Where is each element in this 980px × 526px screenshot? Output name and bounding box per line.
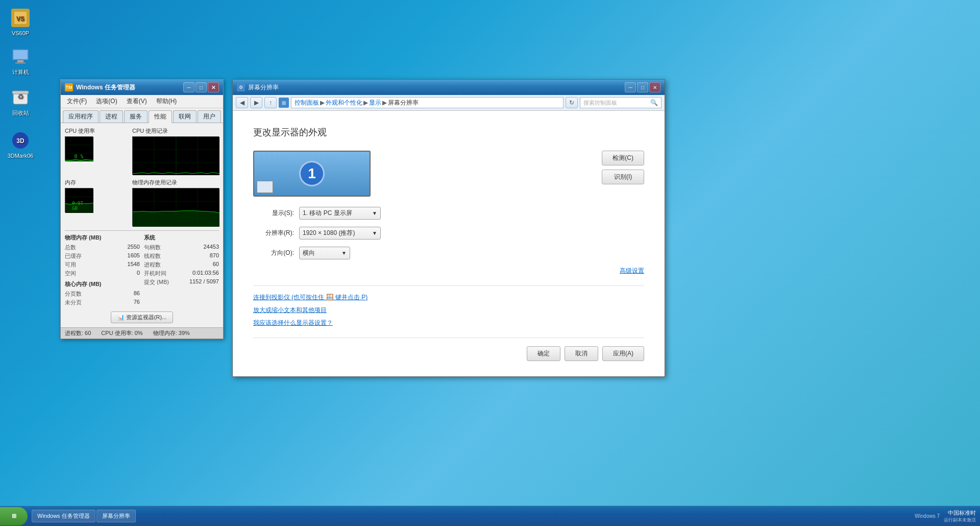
orientation-label: 方向(O):: [253, 249, 294, 257]
cpu-row: CPU 使用率 0 % CPU 使用记录: [65, 127, 219, 175]
cpu-usage-graph: 0 %: [65, 136, 93, 161]
clock-detail: 运行副本未激活: [944, 517, 976, 523]
resolution-select-value: 1920 × 1080 (推荐): [303, 229, 355, 237]
monitor-action-buttons: 检测(C) 识别(I): [602, 151, 644, 184]
address-icon: ⊞: [279, 98, 289, 108]
start-orb: ⊞: [12, 513, 16, 519]
resolution-select[interactable]: 1920 × 1080 (推荐) ▼: [299, 227, 381, 240]
menu-help[interactable]: 帮助(H): [152, 96, 181, 107]
tab-users[interactable]: 用户: [198, 110, 221, 123]
control-panel-icon: ⚙: [237, 83, 245, 91]
monitor-number: 1: [299, 161, 325, 186]
projector-link[interactable]: 连接到投影仪 (也可按住住 🪟 键并点击 P): [253, 294, 368, 301]
computer-icon: [10, 46, 31, 66]
desktop-icon-computer-label: 计算机: [12, 68, 29, 76]
advanced-settings-link[interactable]: 高级设置: [620, 267, 644, 274]
tab-services[interactable]: 服务: [124, 110, 148, 123]
cancel-button[interactable]: 取消: [565, 346, 598, 361]
menu-options[interactable]: 选项(O): [92, 96, 121, 107]
cached-value: 1605: [128, 252, 140, 260]
stats-section: 物理内存 (MB) 总数 2550 已缓存 1605 可用 1548 空闲: [65, 234, 219, 307]
desktop-icon-recycle-label: 回收站: [12, 109, 29, 117]
monitor-preview-section: 1 检测(C) 识别(I): [253, 151, 644, 197]
threads-value: 870: [210, 252, 219, 260]
content-divider: [253, 285, 644, 286]
display-select[interactable]: 1. 移动 PC 显示屏 ▼: [299, 207, 381, 220]
identify-button[interactable]: 识别(I): [602, 170, 644, 184]
choose-display-link-row: 我应该选择什么显示器设置？: [253, 319, 644, 327]
desktop-icon-3dmark[interactable]: 3D 3DMark06: [4, 130, 37, 159]
kernel-memory-stats: 核心内存 (MB) 分页数 86 未分页 76: [65, 280, 140, 306]
control-panel-window: ⚙ 屏幕分辨率 ─ □ ✕ ◀ ▶ ↑ ⊞ 控制面板 ▶ 外观和个性化 ▶ 显示…: [232, 79, 665, 377]
apply-button[interactable]: 应用(A): [602, 346, 644, 361]
menu-file[interactable]: 文件(F): [63, 96, 91, 107]
orientation-select[interactable]: 横向 ▼: [299, 247, 350, 259]
commit-row: 提交 (MB) 1152 / 5097: [144, 278, 219, 286]
svg-rect-5: [17, 60, 23, 62]
recycle-icon: ♻: [10, 87, 31, 107]
taskbar-items: Windows 任务管理器 屏幕分辨率: [30, 510, 138, 522]
orientation-select-arrow: ▼: [341, 250, 347, 256]
tab-network[interactable]: 联网: [173, 110, 197, 123]
text-size-link[interactable]: 放大或缩小文本和其他项目: [253, 306, 327, 314]
desktop-icon-vss0p[interactable]: VS VS60P: [4, 8, 37, 36]
menu-view[interactable]: 查看(V): [122, 96, 151, 107]
back-button[interactable]: ◀: [236, 97, 248, 108]
cp-minimize-button[interactable]: ─: [625, 82, 636, 92]
task-manager-icon: TM: [65, 83, 73, 91]
search-box[interactable]: 搜索控制面板 🔍: [580, 97, 662, 108]
additional-links: 连接到投影仪 (也可按住住 🪟 键并点击 P) 放大或缩小文本和其他项目 我应该…: [253, 293, 644, 327]
paged-label: 分页数: [65, 290, 82, 298]
detect-button[interactable]: 检测(C): [602, 151, 644, 165]
display-select-arrow: ▼: [372, 210, 377, 216]
control-panel-content: 更改显示器的外观 1 检测(C) 识别(I) 显示(S):: [233, 111, 665, 376]
memory-history-label: 物理内存使用记录: [132, 179, 219, 186]
choose-display-link[interactable]: 我应该选择什么显示器设置？: [253, 319, 333, 326]
task-manager-controls: ─ □ ✕: [183, 82, 219, 92]
restore-button[interactable]: □: [195, 82, 207, 92]
processes-stat-label: 进程数: [144, 261, 161, 269]
ok-button[interactable]: 确定: [527, 346, 560, 361]
taskbar: ⊞ Windows 任务管理器 屏幕分辨率 Windows 7 中国标准时 运行…: [0, 506, 980, 526]
memory-section: 内存 0.9T GB: [65, 179, 128, 226]
handles-label: 句柄数: [144, 244, 161, 251]
commit-value: 1152 / 5097: [189, 278, 219, 286]
minimize-button[interactable]: ─: [183, 82, 194, 92]
refresh-button[interactable]: ↻: [566, 97, 578, 108]
task-manager-title: Windows 任务管理器: [76, 83, 135, 92]
text-size-link-row: 放大或缩小文本和其他项目: [253, 306, 644, 315]
start-button[interactable]: ⊞: [0, 507, 28, 525]
physical-memory-title: 物理内存 (MB): [65, 234, 140, 242]
close-button[interactable]: ✕: [208, 82, 219, 92]
memory-label: 内存: [65, 179, 128, 186]
tab-processes[interactable]: 进程: [100, 110, 123, 123]
cp-restore-button[interactable]: □: [637, 82, 648, 92]
memory-value-text: 0.9T GB: [72, 201, 86, 211]
forward-button[interactable]: ▶: [250, 97, 262, 108]
resource-monitor-section: 📊 资源监视器(R)...: [65, 312, 219, 323]
breadcrumb-part-2[interactable]: 外观和个性化: [326, 99, 362, 107]
up-button[interactable]: ↑: [264, 97, 277, 108]
total-value: 2550: [128, 244, 140, 251]
desktop-icon-recycle[interactable]: ♻ 回收站: [4, 87, 37, 117]
nonpaged-label: 未分页: [65, 299, 82, 306]
available-row: 可用 1548: [65, 261, 140, 269]
task-manager-window: TM Windows 任务管理器 ─ □ ✕ 文件(F) 选项(O) 查看(V)…: [60, 79, 224, 339]
monitor-display: 1: [253, 151, 371, 197]
breadcrumb-part-3[interactable]: 显示: [369, 99, 381, 107]
desktop-icon-computer[interactable]: 计算机: [4, 46, 37, 76]
address-bar[interactable]: 控制面板 ▶ 外观和个性化 ▶ 显示 ▶ 屏幕分辨率: [291, 97, 564, 108]
breadcrumb-part-1[interactable]: 控制面板: [295, 99, 319, 107]
tab-performance[interactable]: 性能: [149, 110, 172, 123]
uptime-label: 开机时间: [144, 270, 166, 277]
taskbar-item-controlpanel[interactable]: 屏幕分辨率: [96, 510, 136, 522]
projector-link-row: 连接到投影仪 (也可按住住 🪟 键并点击 P): [253, 293, 644, 302]
orientation-setting-row: 方向(O): 横向 ▼: [253, 247, 644, 259]
taskbar-item-taskmanager[interactable]: Windows 任务管理器: [32, 510, 95, 522]
tab-applications[interactable]: 应用程序: [63, 110, 99, 123]
kernel-memory-title: 核心内存 (MB): [65, 280, 140, 288]
cpu-usage-section: CPU 使用率 0 %: [65, 127, 128, 175]
cp-close-button[interactable]: ✕: [649, 82, 660, 92]
resource-monitor-button[interactable]: 📊 资源监视器(R)...: [111, 312, 174, 323]
total-label: 总数: [65, 244, 76, 251]
